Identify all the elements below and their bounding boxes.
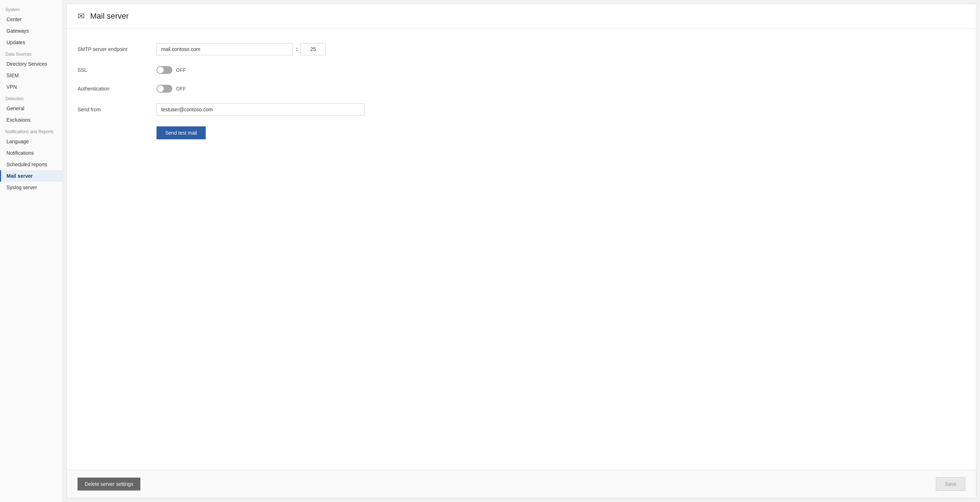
sidebar-item-center[interactable]: Center (0, 14, 62, 25)
sidebar-item-directory-services[interactable]: Directory Services (0, 58, 62, 70)
delete-server-settings-button[interactable]: Delete server settings (78, 478, 140, 491)
sidebar-item-gateways[interactable]: Gateways (0, 25, 62, 37)
auth-row: Authentication OFF (78, 85, 965, 92)
sidebar-item-general[interactable]: General (0, 103, 62, 114)
send-test-row: Send test mail (78, 126, 965, 139)
ssl-row: SSL OFF (78, 66, 965, 74)
ssl-label: SSL (78, 67, 156, 73)
page-header: ✉ Mail server (67, 4, 976, 29)
send-from-row: Send from (78, 104, 965, 116)
smtp-label: SMTP server endpoint (78, 46, 156, 52)
send-from-label: Send from (78, 107, 156, 112)
send-from-input[interactable] (156, 104, 365, 116)
colon-separator: : (296, 46, 298, 53)
port-input[interactable] (301, 43, 326, 55)
ssl-slider (156, 66, 172, 74)
sidebar: System Center Gateways Updates Data Sour… (0, 0, 63, 502)
smtp-control-group: : (156, 43, 326, 55)
auth-label: Authentication (78, 86, 156, 92)
sidebar-item-syslog-server[interactable]: Syslog server (0, 182, 62, 193)
sidebar-item-siem[interactable]: SIEM (0, 70, 62, 81)
main-content: ✉ Mail server SMTP server endpoint : SSL (63, 0, 980, 502)
page-title: Mail server (90, 11, 129, 21)
auth-state-label: OFF (176, 86, 186, 92)
auth-toggle[interactable] (156, 85, 172, 92)
sidebar-section-detection: Detection (0, 92, 62, 103)
page-panel: ✉ Mail server SMTP server endpoint : SSL (67, 3, 977, 499)
ssl-toggle-wrapper: OFF (156, 66, 186, 74)
smtp-input[interactable] (156, 43, 293, 55)
sidebar-item-language[interactable]: Language (0, 136, 62, 147)
sidebar-item-exclusions[interactable]: Exclusions (0, 114, 62, 126)
sidebar-item-vpn[interactable]: VPN (0, 81, 62, 92)
sidebar-item-notifications[interactable]: Notifications (0, 147, 62, 159)
smtp-row: SMTP server endpoint : (78, 43, 965, 55)
ssl-toggle[interactable] (156, 66, 172, 74)
sidebar-section-notifications-reports: Notifications and Reports (0, 126, 62, 136)
sidebar-item-scheduled-reports[interactable]: Scheduled reports (0, 159, 62, 170)
sidebar-item-mail-server[interactable]: Mail server (0, 170, 62, 182)
sidebar-item-updates[interactable]: Updates (0, 37, 62, 48)
action-bar: Delete server settings Save (67, 470, 976, 498)
mail-server-icon: ✉ (78, 11, 85, 21)
save-button[interactable]: Save (936, 477, 965, 491)
form-area: SMTP server endpoint : SSL OFF (67, 29, 976, 470)
auth-toggle-wrapper: OFF (156, 85, 186, 92)
sidebar-section-data-sources: Data Sources (0, 48, 62, 58)
sidebar-section-system: System (0, 3, 62, 14)
send-test-mail-button[interactable]: Send test mail (156, 126, 206, 139)
auth-slider (156, 85, 172, 92)
ssl-state-label: OFF (176, 67, 186, 73)
